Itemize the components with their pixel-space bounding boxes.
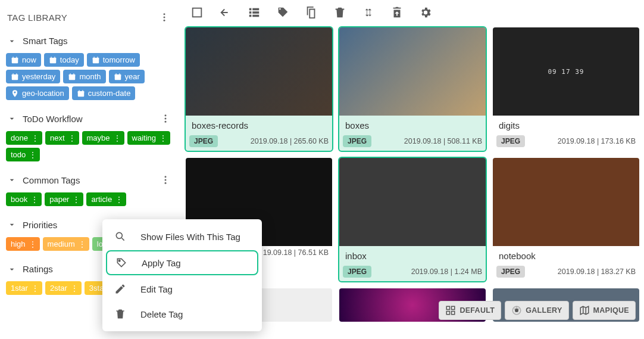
tag-chip[interactable]: 1star⋮	[6, 281, 42, 295]
menu-item-delete-tag[interactable]: Delete Tag	[102, 301, 262, 326]
tag-handle-icon[interactable]: ⋮	[32, 135, 37, 142]
file-card[interactable]: notebookJPEG2019.09.18 | 183.27 KB	[492, 157, 640, 282]
menu-item-label: Edit Tag	[140, 284, 173, 294]
file-card[interactable]: boxesJPEG2019.09.18 | 508.11 KB	[338, 26, 487, 152]
tag-chip[interactable]: maybe⋮	[82, 131, 124, 145]
list-icon[interactable]	[248, 6, 261, 19]
tag-handle-icon[interactable]: ⋮	[29, 151, 35, 158]
tag-chip[interactable]: todo⋮	[6, 148, 40, 161]
menu-item-edit-tag[interactable]: Edit Tag	[102, 276, 262, 301]
file-date-size: 2019.09.18 | 508.11 KB	[404, 137, 482, 145]
file-meta: JPEG2019.09.18 | 183.27 KB	[493, 263, 639, 281]
group-menu-icon[interactable]	[160, 175, 171, 185]
tag-chip[interactable]: waiting⋮	[127, 131, 170, 145]
tag-handle-icon[interactable]: ⋮	[68, 135, 74, 142]
thumbnail	[339, 27, 486, 116]
svg-point-38	[165, 114, 167, 116]
file-card[interactable]: inboxJPEG2019.09.18 | 1.24 MB	[338, 157, 487, 282]
tag-chip[interactable]: next⋮	[45, 131, 79, 145]
menu-item-show-files-with-this-tag[interactable]: Show Files With This Tag	[102, 224, 262, 249]
sort-icon[interactable]	[362, 6, 375, 19]
tag-handle-icon[interactable]: ⋮	[31, 196, 37, 203]
map-view-icon	[579, 305, 590, 316]
svg-rect-50	[249, 11, 252, 14]
tag-group: Smart Tags nowtodaytomorrowyesterdaymont…	[5, 31, 173, 105]
tag-chip[interactable]: yesterday	[6, 70, 60, 83]
tag-chip[interactable]: custom-date	[72, 86, 136, 100]
select-all-icon[interactable]	[190, 6, 204, 19]
tag-handle-icon[interactable]: ⋮	[73, 196, 79, 203]
svg-rect-53	[252, 15, 259, 17]
chevron-down-icon	[7, 36, 17, 46]
svg-rect-10	[51, 57, 51, 58]
menu-item-label: Apply Tag	[142, 258, 181, 268]
thumbnail	[186, 27, 332, 116]
tag-row: book⋮paper⋮article⋮	[5, 190, 173, 211]
tag-chip[interactable]: today	[44, 53, 84, 67]
tag-chip[interactable]: 2star⋮	[45, 281, 82, 295]
svg-rect-11	[54, 57, 55, 58]
tag-context-menu: Show Files With This TagApply TagEdit Ta…	[102, 219, 262, 331]
tag-chip[interactable]: paper⋮	[45, 192, 83, 206]
file-name: digits	[493, 116, 639, 133]
delete-icon[interactable]	[333, 6, 346, 19]
tag-handle-icon[interactable]: ⋮	[115, 196, 121, 203]
svg-rect-19	[12, 74, 18, 76]
svg-rect-9	[50, 57, 57, 59]
tag-group: Common Tags book⋮paper⋮article⋮	[5, 170, 173, 211]
tag-handle-icon[interactable]: ⋮	[29, 241, 35, 248]
tag-chip[interactable]: month	[63, 70, 105, 83]
tag-chip[interactable]: year	[109, 70, 145, 83]
tag-group-header[interactable]: Common Tags	[5, 170, 173, 190]
tag-handle-icon[interactable]: ⋮	[71, 285, 77, 292]
file-type-badge: JPEG	[496, 135, 525, 147]
thumbnail	[493, 158, 639, 246]
tag-handle-icon[interactable]: ⋮	[79, 241, 85, 248]
group-menu-icon[interactable]	[160, 113, 171, 124]
svg-rect-36	[82, 90, 83, 92]
svg-rect-52	[249, 15, 252, 17]
file-card[interactable]: boxes-recordsJPEG2019.09.18 | 265.60 KB	[185, 26, 333, 152]
file-meta: JPEG2019.09.18 | 508.11 KB	[339, 133, 486, 151]
tag-group-title: ToDo Workflow	[23, 114, 154, 124]
svg-point-40	[165, 121, 167, 123]
file-card[interactable]: 09 17 39digitsJPEG2019.09.18 | 173.16 KB	[492, 26, 640, 152]
tag-handle-icon[interactable]: ⋮	[160, 135, 165, 142]
sidebar-menu-icon[interactable]	[159, 12, 170, 23]
tag-chip[interactable]: done⋮	[6, 131, 42, 145]
tag-group-header[interactable]: Smart Tags	[5, 31, 173, 51]
tag-label: 2star	[50, 284, 67, 293]
svg-rect-30	[115, 73, 116, 75]
tag-chip[interactable]: high⋮	[6, 237, 40, 251]
svg-rect-15	[93, 57, 94, 58]
tag-handle-icon[interactable]: ⋮	[114, 135, 120, 142]
file-date-size: 2019.09.18 | 1.24 MB	[411, 268, 482, 276]
export-icon[interactable]	[390, 6, 404, 19]
tag-handle-icon[interactable]: ⋮	[32, 285, 37, 292]
tag-icon[interactable]	[276, 6, 289, 19]
svg-point-41	[165, 176, 167, 178]
menu-item-apply-tag[interactable]: Apply Tag	[106, 250, 258, 275]
copy-icon[interactable]	[305, 6, 318, 19]
view-mapique-button[interactable]: MAPIQUE	[573, 301, 636, 320]
tag-group-header[interactable]: ToDo Workflow	[5, 108, 173, 129]
view-default-button[interactable]: DEFAULT	[439, 301, 501, 320]
tag-chip[interactable]: now	[6, 53, 41, 67]
tag-chip[interactable]: tomorrow	[87, 53, 140, 67]
thumbnail	[339, 158, 486, 246]
svg-point-42	[165, 179, 167, 181]
view-gallery-button[interactable]: GALLERY	[505, 301, 568, 320]
tag-label: custom-date	[88, 89, 131, 98]
tag-chip[interactable]: article⋮	[86, 192, 126, 206]
tag-chip[interactable]: medium⋮	[43, 237, 89, 251]
tag-group-title: Smart Tags	[23, 36, 171, 46]
tag-chip[interactable]: geo-location	[6, 86, 69, 100]
tag-chip[interactable]: book⋮	[6, 192, 42, 206]
file-type-badge: JPEG	[343, 135, 371, 147]
open-icon[interactable]	[219, 6, 232, 19]
tag-label: todo	[11, 150, 26, 159]
svg-rect-5	[13, 57, 14, 58]
settings-icon[interactable]	[419, 6, 432, 19]
tag-group: ToDo Workflow done⋮next⋮maybe⋮waiting⋮to…	[5, 108, 173, 166]
svg-point-55	[118, 260, 120, 262]
